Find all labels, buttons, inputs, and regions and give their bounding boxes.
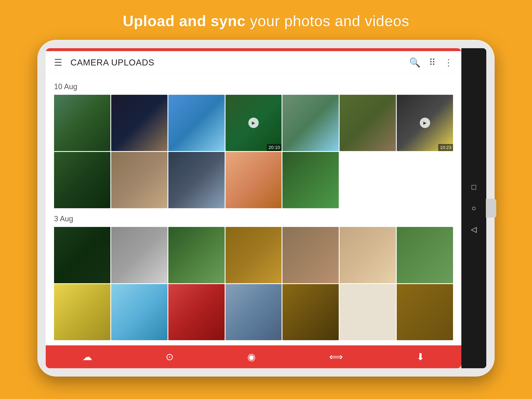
photo-cell[interactable] — [226, 227, 282, 283]
photo-cell[interactable] — [54, 95, 110, 151]
empty-cell — [397, 152, 453, 208]
photo-cell[interactable] — [168, 227, 225, 283]
photo-cell[interactable] — [282, 284, 339, 340]
photo-grid-aug3 — [54, 227, 453, 340]
download-icon[interactable]: ⬇ — [417, 351, 424, 362]
photo-cell[interactable] — [168, 152, 225, 208]
photo-cell[interactable] — [282, 95, 339, 151]
photo-cell[interactable] — [282, 227, 339, 283]
date-label-aug10: 10 Aug — [54, 82, 453, 91]
android-nav-bar: □ ○ ◁ — [461, 48, 486, 368]
photo-cell[interactable] — [111, 152, 167, 208]
photo-cell[interactable] — [54, 152, 110, 208]
photo-cell[interactable] — [282, 152, 339, 208]
photo-cell[interactable] — [226, 152, 282, 208]
photo-cell[interactable] — [54, 227, 110, 283]
photo-cell[interactable] — [111, 284, 167, 340]
photo-cell[interactable] — [54, 284, 110, 340]
empty-cell — [340, 152, 396, 208]
bubble-icon[interactable]: ◉ — [247, 351, 256, 362]
grid-view-icon[interactable]: ⠿ — [429, 57, 436, 68]
photo-cell[interactable] — [226, 284, 282, 340]
app-title: CAMERA UPLOADS — [70, 57, 409, 68]
app-bar: ☰ CAMERA UPLOADS 🔍 ⠿ ⋮ — [46, 51, 461, 74]
toolbar-icons: 🔍 ⠿ ⋮ — [409, 57, 453, 68]
photo-cell[interactable] — [111, 227, 167, 283]
video-duration: 10:23 — [438, 144, 453, 151]
play-button[interactable]: ▶ — [248, 118, 259, 128]
headline-bold: Upload and sync — [123, 13, 246, 29]
headline-regular: your photos and videos — [246, 13, 409, 29]
empty-cell — [340, 284, 396, 340]
back-button[interactable]: ◁ — [471, 225, 477, 234]
home-button[interactable] — [486, 199, 496, 218]
hamburger-icon[interactable]: ☰ — [54, 58, 62, 67]
circle-button[interactable]: ○ — [472, 204, 476, 213]
photo-cell[interactable] — [168, 95, 225, 151]
photo-content: 10 Aug ▶ 20:10 ▶ 10:23 — [46, 74, 461, 345]
photo-cell[interactable] — [397, 227, 453, 283]
camera-icon[interactable]: ⊙ — [166, 351, 174, 362]
photo-cell[interactable] — [111, 95, 167, 151]
video-duration: 20:10 — [267, 144, 282, 151]
tablet-device: ☰ CAMERA UPLOADS 🔍 ⠿ ⋮ 10 Aug ▶ 20:10 — [38, 40, 494, 377]
sync-icon[interactable]: ⟺ — [329, 351, 343, 362]
cloud-upload-icon[interactable]: ☁ — [82, 351, 92, 362]
photo-cell[interactable] — [340, 227, 396, 283]
tablet-screen: ☰ CAMERA UPLOADS 🔍 ⠿ ⋮ 10 Aug ▶ 20:10 — [46, 48, 461, 368]
video-cell[interactable]: ▶ 20:10 — [226, 95, 282, 151]
photo-grid-aug10: ▶ 20:10 ▶ 10:23 — [54, 95, 453, 208]
date-label-aug3: 3 Aug — [54, 215, 453, 223]
photo-cell[interactable] — [397, 284, 453, 340]
top-accent-bar — [46, 48, 461, 51]
photo-cell[interactable] — [168, 284, 225, 340]
headline: Upload and sync your photos and videos — [123, 13, 409, 30]
square-button[interactable]: □ — [472, 183, 476, 191]
play-button[interactable]: ▶ — [420, 118, 430, 128]
photo-cell[interactable] — [340, 95, 396, 151]
video-cell[interactable]: ▶ 10:23 — [397, 95, 453, 151]
bottom-nav-bar: ☁ ⊙ ◉ ⟺ ⬇ — [46, 345, 461, 368]
more-options-icon[interactable]: ⋮ — [444, 57, 453, 68]
search-icon[interactable]: 🔍 — [409, 57, 421, 68]
